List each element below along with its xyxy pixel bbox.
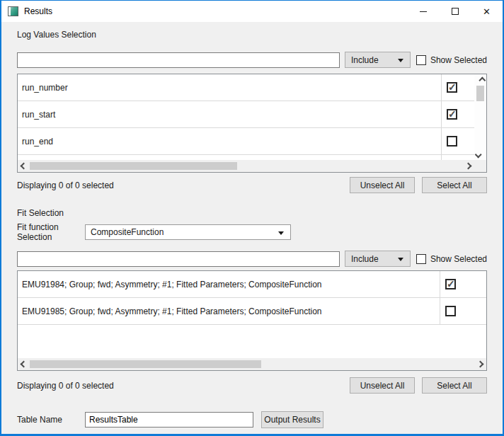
fit-function-label: Fit function Selection xyxy=(17,222,85,242)
log-values-footer: Displaying 0 of 0 selected Unselect All … xyxy=(17,177,487,193)
results-window: Results ✕ Log Values Selection Include S… xyxy=(0,0,504,436)
row-label: run_number xyxy=(18,74,441,101)
chevron-left-icon xyxy=(21,361,28,368)
fit-filter-input[interactable] xyxy=(17,251,340,267)
chevron-down-icon xyxy=(398,59,403,62)
scroll-up-arrow[interactable] xyxy=(474,74,486,86)
fit-function-dropdown[interactable]: CompositeFunction xyxy=(85,224,291,240)
vertical-scrollbar[interactable] xyxy=(474,74,486,160)
horizontal-scrollbar[interactable] xyxy=(18,160,486,172)
fit-function-value: CompositeFunction xyxy=(91,227,164,237)
chevron-down-icon xyxy=(398,258,403,261)
row-checkbox[interactable] xyxy=(445,306,456,316)
chevron-left-icon xyxy=(21,163,28,170)
window-title: Results xyxy=(24,6,407,16)
scroll-down-arrow[interactable] xyxy=(474,149,486,160)
table-row[interactable]: run_start xyxy=(18,101,474,128)
scroll-left-arrow[interactable] xyxy=(18,160,30,172)
fit-filter-mode-dropdown[interactable]: Include xyxy=(345,251,411,267)
table-row[interactable]: run_end xyxy=(18,128,474,155)
fit-results-table: EMU91984; Group; fwd; Asymmetry; #1; Fit… xyxy=(17,270,487,371)
scroll-right-arrow[interactable] xyxy=(474,358,486,370)
row-checkbox[interactable] xyxy=(445,279,456,289)
log-values-table: run_number run_start run_end xyxy=(17,74,487,173)
log-values-unselect-all-button[interactable]: Unselect All xyxy=(350,177,415,193)
minimize-icon xyxy=(420,11,427,12)
content: Log Values Selection Include Show Select… xyxy=(1,22,503,434)
output-row: Table Name Output Results xyxy=(17,411,487,428)
maximize-button[interactable] xyxy=(439,1,471,22)
titlebar: Results ✕ xyxy=(1,1,503,22)
chevron-right-icon xyxy=(465,163,472,170)
log-values-status: Displaying 0 of 0 selected xyxy=(17,180,350,190)
app-icon xyxy=(8,6,18,16)
fit-function-row: Fit function Selection CompositeFunction xyxy=(17,224,487,240)
table-row[interactable]: EMU91985; Group; fwd; Asymmetry; #1; Fit… xyxy=(18,298,486,325)
fit-unselect-all-button[interactable]: Unselect All xyxy=(350,377,415,394)
filter-mode-value: Include xyxy=(351,254,379,264)
row-label: run_start xyxy=(18,101,441,127)
table-row[interactable]: EMU91984; Group; fwd; Asymmetry; #1; Fit… xyxy=(18,271,486,298)
horizontal-scrollbar[interactable] xyxy=(18,358,486,370)
log-values-show-selected-checkbox[interactable] xyxy=(416,55,426,65)
horizontal-scroll-thumb[interactable] xyxy=(30,360,261,368)
row-label: EMU91984; Group; fwd; Asymmetry; #1; Fit… xyxy=(18,271,440,297)
show-selected-label: Show Selected xyxy=(430,254,487,264)
log-values-filter-row: Include Show Selected xyxy=(17,52,487,68)
chevron-down-icon xyxy=(278,231,284,235)
fit-selection-heading: Fit Selection xyxy=(17,208,487,218)
fit-results-footer: Displaying 0 of 0 selected Unselect All … xyxy=(17,377,487,394)
row-checkbox[interactable] xyxy=(447,82,457,93)
log-values-select-all-button[interactable]: Select All xyxy=(422,177,487,193)
log-values-heading: Log Values Selection xyxy=(17,30,487,40)
chevron-down-icon xyxy=(475,151,482,158)
table-name-input[interactable] xyxy=(85,412,253,428)
log-values-rows: run_number run_start run_end xyxy=(18,74,474,160)
chevron-right-icon xyxy=(477,361,484,368)
log-values-filter-input[interactable] xyxy=(17,52,340,68)
row-label: EMU91985; Group; fwd; Asymmetry; #1; Fit… xyxy=(18,298,440,324)
close-button[interactable]: ✕ xyxy=(471,1,503,22)
row-checkbox[interactable] xyxy=(447,109,457,120)
table-row[interactable]: run_number xyxy=(18,74,474,101)
output-results-button[interactable]: Output Results xyxy=(261,411,323,428)
log-values-filter-mode-dropdown[interactable]: Include xyxy=(345,52,411,68)
scroll-left-arrow[interactable] xyxy=(18,358,30,370)
horizontal-scroll-thumb[interactable] xyxy=(30,162,237,170)
row-label: run_end xyxy=(18,128,441,154)
chevron-up-icon xyxy=(479,76,486,84)
fit-filter-row: Include Show Selected xyxy=(17,251,487,267)
row-checkbox[interactable] xyxy=(447,136,457,147)
show-selected-label: Show Selected xyxy=(430,55,487,65)
table-name-label: Table Name xyxy=(17,415,85,425)
maximize-icon xyxy=(452,8,459,15)
scroll-right-arrow[interactable] xyxy=(462,160,474,172)
minimize-button[interactable] xyxy=(407,1,439,22)
close-icon: ✕ xyxy=(483,7,491,16)
filter-mode-value: Include xyxy=(351,55,379,65)
fit-show-selected-checkbox[interactable] xyxy=(416,254,426,264)
fit-select-all-button[interactable]: Select All xyxy=(422,377,487,394)
fit-results-status: Displaying 0 of 0 selected xyxy=(17,381,350,391)
vertical-scroll-thumb[interactable] xyxy=(476,86,484,101)
fit-results-rows: EMU91984; Group; fwd; Asymmetry; #1; Fit… xyxy=(18,271,486,358)
